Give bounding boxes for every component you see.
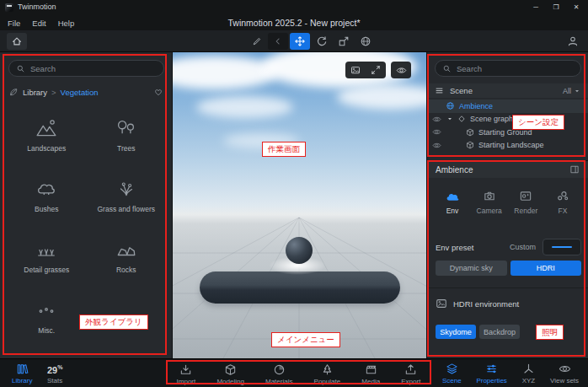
viewport-visibility-button[interactable] [391, 62, 411, 78]
tree-item-label: Starting Ground [478, 128, 532, 137]
tab-env[interactable]: Env [436, 188, 469, 215]
visibility-eye-icon[interactable] [432, 141, 442, 150]
env-preset-swatch[interactable] [543, 239, 581, 255]
hdri-button[interactable]: HDRI [510, 261, 582, 276]
view-sets-dock-tab[interactable]: View sets [550, 363, 579, 384]
properties-dock-tab[interactable]: Properties [476, 363, 506, 384]
stats-value: 29 [47, 365, 57, 375]
category-rocks[interactable]: Rocks [87, 224, 167, 274]
skydome-button[interactable]: Skydome [436, 325, 476, 339]
scene-tree: Ambience Scene graph Starting Ground Sta… [427, 99, 588, 152]
tree-item-scene-graph[interactable]: Scene graph [427, 113, 588, 126]
library-search-box[interactable] [8, 60, 164, 77]
env-preset-label: Env preset [436, 243, 473, 252]
menu-item-label: Export [401, 378, 420, 385]
maximize-button[interactable]: ❒ [546, 0, 566, 14]
breadcrumb-library[interactable]: Library [23, 88, 47, 97]
menu-import[interactable]: Import [177, 363, 196, 385]
picker-button[interactable] [246, 33, 266, 50]
menu-media[interactable]: Media [361, 363, 380, 385]
user-icon [567, 35, 579, 47]
coordinate-globe-button[interactable] [355, 33, 376, 50]
tree-item-starting-landscape[interactable]: Starting Landscape [427, 139, 588, 153]
tab-fx[interactable]: FX [546, 188, 580, 215]
sphere-object[interactable] [286, 237, 313, 264]
backdrop-button[interactable]: Backdrop [479, 325, 520, 339]
library-books-icon [16, 363, 29, 375]
breadcrumb-vegetation[interactable]: Vegetation [61, 88, 99, 97]
tree-item-ambience[interactable]: Ambience [427, 99, 588, 113]
mesh-cube-icon [466, 128, 474, 137]
rotate-tool-button[interactable] [312, 33, 332, 50]
fx-bubbles-icon [556, 188, 569, 203]
env-preset-value[interactable]: Custom [510, 243, 536, 251]
home-button[interactable] [7, 33, 27, 50]
scene-dock-tab[interactable]: Scene [442, 363, 462, 384]
scene-filter-dropdown[interactable]: All [563, 87, 580, 95]
stats-indicator[interactable]: 29% Stats [47, 363, 62, 384]
mesh-cube-icon [466, 141, 474, 149]
category-label: Detail grasses [24, 266, 69, 274]
account-button[interactable] [563, 33, 583, 50]
menu-file[interactable]: File [2, 19, 26, 28]
scene-filter-label: All [563, 87, 571, 95]
window-controls: ─ ❒ ✕ [526, 0, 586, 14]
hdri-mode-buttons: Skydome Backdrop [436, 325, 520, 339]
tree-item-label: Scene graph [470, 115, 513, 123]
tab-camera[interactable]: Camera [473, 188, 506, 215]
menu-item-label: Populate [314, 378, 341, 385]
env-preset-row: Env preset Custom [436, 239, 581, 255]
platform-object[interactable] [200, 271, 400, 304]
tab-render[interactable]: Render [509, 188, 543, 215]
tree-item-label: Ambience [459, 102, 493, 110]
screenshot-icon[interactable] [350, 65, 361, 75]
twinmotion-window: Twinmotion ─ ❒ ✕ File Edit Help Twinmoti… [0, 0, 588, 387]
category-bushes[interactable]: Bushes [7, 164, 87, 213]
globe-icon [446, 101, 455, 110]
visibility-eye-icon[interactable] [432, 115, 442, 124]
scale-tool-button[interactable] [334, 33, 354, 50]
menu-item-label: Materials [265, 378, 292, 385]
xyz-dock-tab[interactable]: XYZ [522, 363, 536, 384]
scene-search-input[interactable] [457, 64, 574, 73]
preset-line-icon [552, 246, 572, 248]
close-button[interactable]: ✕ [566, 0, 586, 14]
library-dock-label: Library [12, 377, 32, 384]
menu-edit[interactable]: Edit [26, 19, 51, 28]
properties-header: Ambience [427, 161, 588, 178]
minimize-button[interactable]: ─ [526, 0, 546, 14]
ground-grid [173, 52, 426, 358]
favorites-heart-icon[interactable] [153, 87, 163, 97]
category-trees[interactable]: Trees [87, 103, 167, 153]
panel-columns-icon[interactable] [569, 164, 580, 175]
window-title: Twinmotion 2025.2 - New project* [0, 15, 588, 30]
viewport-3d[interactable] [173, 52, 426, 358]
category-detail-grasses[interactable]: Detail grasses [7, 224, 87, 274]
menu-populate[interactable]: Populate [314, 363, 341, 385]
landscapes-icon [34, 117, 59, 139]
category-label: Trees [117, 144, 135, 153]
category-grass-and-flowers[interactable]: Grass and flowers [87, 164, 167, 213]
detail-grasses-icon [34, 239, 59, 261]
category-misc[interactable]: Misc. [7, 285, 87, 335]
category-label: Rocks [116, 266, 136, 274]
menu-modeling[interactable]: Modeling [216, 363, 243, 385]
trees-icon [114, 117, 139, 139]
category-label: Misc. [38, 326, 55, 335]
move-tool-button[interactable] [290, 33, 310, 50]
category-landscapes[interactable]: Landscapes [7, 103, 87, 153]
library-dock-tab[interactable]: Library [12, 363, 32, 384]
undo-button[interactable] [268, 33, 288, 50]
dynamic-sky-button[interactable]: Dynamic sky [436, 261, 507, 276]
menu-materials[interactable]: Materials [265, 363, 292, 385]
library-search-input[interactable] [30, 64, 157, 73]
fullscreen-icon[interactable] [371, 65, 381, 75]
menu-help[interactable]: Help [52, 19, 81, 28]
chevron-down-icon[interactable] [446, 116, 453, 122]
grass-flowers-icon [114, 178, 139, 200]
menu-export[interactable]: Export [401, 363, 420, 385]
scene-search-box[interactable] [435, 60, 581, 77]
tree-item-starting-ground[interactable]: Starting Ground [427, 126, 588, 139]
visibility-eye-icon[interactable] [432, 127, 442, 137]
scene-header: Scene All [427, 83, 588, 98]
